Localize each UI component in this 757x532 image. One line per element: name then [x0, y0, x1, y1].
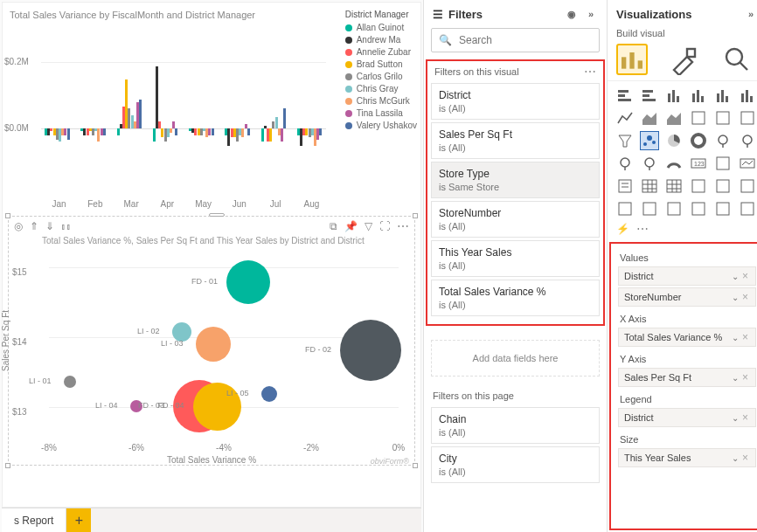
viz-stacked-column-100-icon[interactable]	[739, 86, 756, 104]
viz-gauge-icon[interactable]	[665, 155, 683, 172]
filter-card[interactable]: This Year Salesis (All)	[431, 240, 600, 277]
tab-format-visual[interactable]	[669, 44, 700, 75]
viz-kpi-icon[interactable]	[739, 155, 756, 172]
chevron-down-icon[interactable]: ⌄	[730, 373, 740, 383]
filter-card[interactable]: Districtis (All)	[431, 83, 600, 120]
viz-clustered-column-icon[interactable]	[690, 86, 707, 104]
filter-card[interactable]: Total Sales Variance %is (All)	[431, 280, 600, 316]
viz-key-influencers-icon[interactable]	[739, 177, 756, 195]
viz-funnel-icon[interactable]	[616, 132, 634, 149]
section-more-icon[interactable]: ⋯	[584, 67, 596, 76]
viz-azure-map-icon[interactable]	[641, 155, 658, 172]
viz-slicer-icon[interactable]	[616, 177, 634, 195]
viz-treemap-icon[interactable]	[714, 132, 732, 149]
chevron-down-icon[interactable]: ⌄	[730, 413, 740, 423]
filter-icon[interactable]: ▽	[365, 220, 372, 232]
viz-py-visual-icon[interactable]	[714, 177, 732, 195]
filters-drop-zone[interactable]: Add data fields here	[431, 340, 600, 377]
drill-circle-icon[interactable]: ◎	[14, 220, 23, 232]
viz-paginated-icon[interactable]	[690, 200, 707, 218]
collapse-icon[interactable]: »	[584, 7, 598, 21]
viz-qa-icon[interactable]	[616, 200, 634, 218]
svg-rect-13	[677, 96, 679, 102]
svg-point-33	[743, 135, 752, 144]
viz-line-stack-icon[interactable]	[690, 109, 707, 127]
svg-rect-3	[687, 49, 695, 57]
legend-label: Legend	[613, 389, 757, 406]
viz-matrix-icon[interactable]	[665, 177, 683, 195]
viz-filled-map-icon[interactable]	[616, 155, 634, 172]
viz-donut-icon[interactable]	[690, 132, 707, 149]
chevron-down-icon[interactable]: ⌄	[730, 272, 740, 281]
drill-down-icon[interactable]: ⇓	[45, 220, 54, 232]
well-xaxis[interactable]: Total Sales Variance %⌄×	[618, 328, 756, 347]
viz-scatter-icon[interactable]	[641, 132, 658, 149]
viz-power-apps-icon[interactable]	[739, 200, 756, 218]
svg-rect-0	[622, 57, 626, 68]
eye-icon[interactable]: ◉	[565, 7, 579, 21]
viz-map-icon[interactable]	[739, 132, 756, 149]
remove-icon[interactable]: ×	[740, 291, 750, 303]
viz-card-icon[interactable]: 123	[690, 155, 707, 172]
collapse-icon[interactable]: »	[744, 7, 757, 21]
scatter-chart[interactable]: ◎ ⇑ ⇓ ⫾⫾ ⧉ 📌 ▽ ⛶ ⋯ Total Sales Variance …	[8, 216, 415, 466]
drill-up-icon[interactable]: ⇑	[30, 220, 38, 232]
remove-icon[interactable]: ×	[740, 270, 750, 282]
copy-icon[interactable]: ⧉	[330, 220, 337, 232]
viz-ribbon-icon[interactable]	[714, 109, 732, 127]
remove-icon[interactable]: ×	[740, 452, 750, 464]
filter-card[interactable]: StoreNumberis (All)	[431, 201, 600, 238]
chevron-down-icon[interactable]: ⌄	[730, 293, 740, 302]
column-chart[interactable]: Total Sales Variance by FiscalMonth and …	[3, 3, 420, 211]
viz-stacked-bar-icon[interactable]	[616, 86, 634, 104]
power-automate-icon[interactable]: ⚡	[616, 223, 629, 235]
remove-icon[interactable]: ×	[740, 411, 750, 424]
well-legend[interactable]: District⌄×	[618, 408, 756, 427]
well-size[interactable]: This Year Sales⌄×	[618, 448, 756, 467]
search-input[interactable]	[457, 33, 592, 47]
svg-point-35	[645, 158, 654, 167]
viz-stacked-column-icon[interactable]	[665, 86, 683, 104]
filters-search[interactable]: 🔍	[431, 28, 600, 52]
add-page-button[interactable]: +	[66, 508, 91, 533]
more-icon[interactable]: ⋯	[397, 222, 409, 231]
expand-icon[interactable]: ⫾⫾	[61, 221, 72, 231]
remove-icon[interactable]: ×	[740, 331, 750, 343]
focus-icon[interactable]: ⛶	[379, 220, 390, 232]
viz-multi-card-icon[interactable]	[714, 155, 732, 172]
filter-card[interactable]: Store Typeis Same Store	[431, 162, 600, 198]
well-values-storenumber[interactable]: StoreNumber⌄×	[618, 287, 756, 307]
svg-rect-60	[717, 203, 729, 215]
tab-analytics[interactable]	[721, 44, 753, 75]
remove-icon[interactable]: ×	[740, 371, 750, 383]
viz-pie-icon[interactable]	[665, 132, 683, 149]
viz-line-icon[interactable]	[616, 109, 634, 127]
filter-card[interactable]: Cityis (All)	[431, 446, 600, 483]
viz-decomposition-icon[interactable]	[641, 200, 658, 218]
viz-stacked-area-icon[interactable]	[665, 109, 683, 127]
page-filters-header: Filters on this page	[424, 383, 607, 404]
viz-r-visual-icon[interactable]	[690, 177, 707, 195]
viz-more-icon[interactable]: ⋯	[636, 225, 649, 233]
well-values-district[interactable]: District⌄×	[618, 266, 756, 286]
pin-icon[interactable]: 📌	[344, 220, 358, 232]
tab-build-visual[interactable]	[616, 44, 648, 75]
svg-rect-9	[642, 94, 649, 97]
svg-rect-59	[692, 203, 705, 215]
viz-table-icon[interactable]	[641, 177, 658, 195]
chevron-down-icon[interactable]: ⌄	[730, 333, 740, 342]
viz-waterfall-icon[interactable]	[739, 109, 756, 127]
viz-narrative-icon[interactable]	[665, 200, 683, 218]
filter-card[interactable]: Sales Per Sq Ftis (All)	[431, 122, 600, 159]
page-tab-report[interactable]: s Report	[2, 508, 66, 532]
svg-rect-14	[692, 93, 695, 102]
viz-clustered-bar-icon[interactable]	[641, 86, 658, 104]
svg-point-29	[652, 141, 656, 144]
well-yaxis[interactable]: Sales Per Sq Ft⌄×	[618, 368, 756, 387]
chevron-down-icon[interactable]: ⌄	[730, 453, 740, 463]
svg-rect-20	[741, 93, 744, 102]
viz-area-icon[interactable]	[641, 109, 658, 127]
viz-arcgis-icon[interactable]	[714, 200, 732, 218]
viz-line-column-icon[interactable]	[714, 86, 732, 104]
filter-card[interactable]: Chainis (All)	[431, 407, 600, 444]
